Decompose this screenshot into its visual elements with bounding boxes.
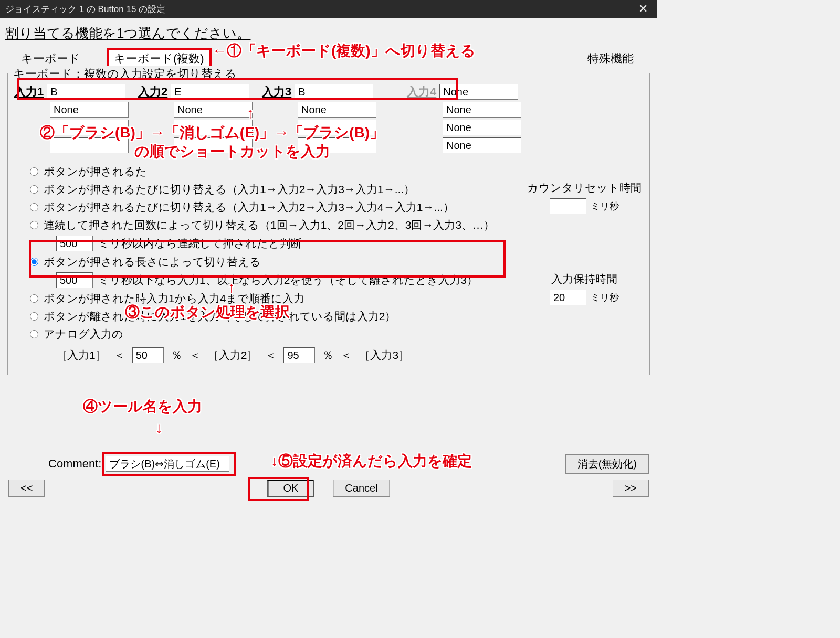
prev-button[interactable]: <<: [8, 480, 45, 497]
counter-reset-field[interactable]: [550, 198, 586, 214]
close-icon[interactable]: ✕: [634, 2, 652, 16]
input2-field1[interactable]: [171, 84, 249, 100]
analog-pct1[interactable]: [132, 347, 164, 363]
input2-field3[interactable]: [174, 120, 253, 135]
titlebar: ジョイスティック 1 の Button 15 の設定 ✕: [0, 0, 657, 18]
input3-field1[interactable]: [295, 84, 373, 100]
tab-special[interactable]: 特殊機能: [587, 51, 634, 67]
annotation-4: ④ツール名を入力: [83, 397, 202, 417]
input2-label: 入力2: [138, 84, 167, 100]
input2-field4[interactable]: [174, 137, 253, 153]
hold-time-label: 入力保持時間: [524, 272, 645, 286]
input3-field2[interactable]: [298, 102, 376, 118]
annotation-4-arrow: ↓: [155, 420, 163, 437]
input4-field3[interactable]: [443, 120, 521, 135]
radio-opt1[interactable]: [30, 167, 38, 176]
radio-opt-release[interactable]: [30, 312, 38, 321]
input1-field4[interactable]: [50, 137, 129, 153]
radio-opt3[interactable]: [30, 203, 38, 211]
input4-label: 入力4: [407, 84, 436, 100]
opt-row-1[interactable]: ボタンが押されるた: [14, 163, 643, 180]
next-button[interactable]: >>: [613, 480, 649, 497]
length-ms-field[interactable]: [56, 272, 93, 288]
continuous-ms-field[interactable]: [56, 236, 93, 251]
input1-label: 入力1: [14, 84, 44, 100]
group-title: キーボード：複数の入力設定を切り替える: [11, 66, 239, 82]
radio-opt-seq[interactable]: [30, 294, 38, 303]
input4-field4[interactable]: [443, 137, 521, 153]
comment-field[interactable]: [106, 456, 229, 472]
hold-time-field[interactable]: [550, 290, 586, 305]
input1-field2[interactable]: [50, 102, 129, 118]
ok-button[interactable]: OK: [267, 480, 314, 497]
analog-pct2[interactable]: [284, 347, 315, 363]
counter-reset-label: カウンタリセット時間: [524, 180, 645, 195]
radio-opt2[interactable]: [30, 185, 38, 194]
input2-field2[interactable]: [174, 102, 253, 118]
window-title: ジョイスティック 1 の Button 15 の設定: [5, 3, 165, 15]
tab-divider: [649, 52, 649, 66]
radio-opt-analog[interactable]: [30, 330, 38, 338]
input1-field3[interactable]: [50, 120, 129, 135]
radio-opt-length[interactable]: [30, 258, 38, 266]
clear-button[interactable]: 消去(無効化): [565, 454, 649, 474]
comment-label: Comment:: [48, 457, 101, 471]
radio-opt4[interactable]: [30, 221, 38, 229]
instruction-text: 割り当てる機能を1つ選んでください。: [5, 22, 652, 48]
tab-keyboard[interactable]: キーボード: [21, 51, 80, 67]
annotation-5: ↓⑤設定が済んだら入力を確定: [271, 451, 472, 471]
cancel-button[interactable]: Cancel: [333, 480, 390, 497]
input1-field1[interactable]: [47, 84, 125, 100]
input4-field1[interactable]: [439, 84, 518, 100]
input3-label: 入力3: [262, 84, 291, 100]
input3-field3[interactable]: [298, 120, 376, 135]
input3-field4[interactable]: [298, 137, 376, 153]
input4-field2[interactable]: [443, 102, 521, 118]
